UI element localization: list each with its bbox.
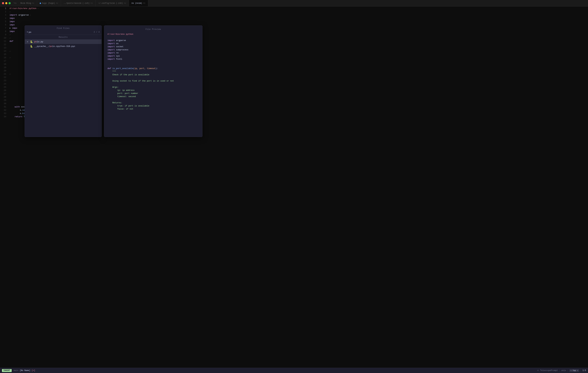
divider <box>559 369 560 372</box>
tab-label: hugo (hugo) <box>42 2 55 4</box>
tab-hugo[interactable]: hugo (hugo) ⌘2 <box>37 0 61 6</box>
code-line-3: import argparse ↵ <box>10 13 588 17</box>
preview-line-9: import fcntl <box>107 58 199 61</box>
tab-key: ⌘4 <box>124 2 126 4</box>
result-item-pycache[interactable]: ▶ 🐍 __pycache__/polo.cpython-310.pyc <box>25 44 102 49</box>
line-num-3: 3 <box>3 13 6 17</box>
preview-line-17 <box>107 83 199 86</box>
preview-line-6: import subprocess <box>107 48 199 52</box>
minimize-button[interactable] <box>5 2 7 4</box>
status-branch: main <box>13 369 18 372</box>
line-num-30: 30 <box>3 102 6 105</box>
line-num-17: 17 <box>3 59 6 63</box>
tab-label: Nvim Blog <box>21 2 31 4</box>
preview-line-16: Using socket to find if the port is in u… <box>107 80 199 83</box>
preview-line-15 <box>107 76 199 80</box>
line-num-29: 29 <box>3 99 6 102</box>
tab-bar: Nvim Blog ⌘1 hugo (hugo) ⌘2 ../posts/neo… <box>18 0 586 6</box>
tab-nvim-blog[interactable]: Nvim Blog ⌘1 <box>18 0 37 6</box>
find-files-input[interactable] <box>29 31 94 33</box>
preview-line-2 <box>107 36 199 39</box>
preview-line-12: def is_port_available(ip, port, timeout)… <box>107 67 199 70</box>
line-num-33: 33 <box>3 112 6 115</box>
scroll-pct: ‹ Top › <box>569 369 579 372</box>
line-num-9: 9 <box>3 33 6 36</box>
statusbar: INSERT main [No Name] [+] ≡ TelescopePro… <box>0 368 588 373</box>
line-num-11: 11 <box>3 40 6 43</box>
line-num-23: 23 <box>3 79 6 82</box>
find-files-search-row: > 2 / 4 <box>25 30 102 35</box>
line-num-1: 1 <box>3 7 6 10</box>
line-num-16: 16 <box>3 56 6 59</box>
search-prompt: > <box>27 31 28 33</box>
line-num-5: 5 <box>3 20 6 23</box>
code-line-1: #!/usr/bin/env python ↵ <box>10 7 588 10</box>
find-files-panel[interactable]: Find Files > 2 / 4 Results ▶ 🐍 polo.py ▶ <box>25 25 102 137</box>
tab-key: ⌘3 <box>91 2 93 4</box>
line-num-26: 26 <box>3 89 6 92</box>
line-num-24: 24 <box>3 82 6 86</box>
line-num-13: 13 <box>3 46 6 50</box>
preview-title: File Preview <box>107 28 199 31</box>
preview-line-25: false: if not <box>107 108 199 111</box>
line-num-31: 31 <box>3 105 6 109</box>
fullscreen-button[interactable] <box>9 2 11 4</box>
results-title: Results <box>25 35 102 39</box>
python-file-icon: 🐍 <box>30 40 33 43</box>
tab-key: ⌘2 <box>56 2 58 4</box>
tab-posts-neovim[interactable]: ../posts/neovim (-zsh) ⌘3 <box>61 0 95 6</box>
pyc-file-icon: 🐍 <box>30 45 33 48</box>
result-name: polo.py <box>34 41 43 43</box>
line-num-15: 15 <box>3 53 6 56</box>
preview-line-5: import socket <box>107 45 199 48</box>
panel-results: ▶ 🐍 polo.py ▶ 🐍 __pycache__/polo.cpython… <box>25 39 102 137</box>
preview-line-11 <box>107 64 199 67</box>
tab-dot <box>40 3 41 4</box>
preview-line-21: timeout: second <box>107 95 199 98</box>
telescope-label: TelescopePrompt <box>540 369 558 372</box>
tab-key: ⌘5 <box>143 2 145 4</box>
titlebar: ⌃⌘1 Nvim Blog ⌘1 hugo (hugo) ⌘2 ../posts… <box>0 0 588 7</box>
telescope-icon: ≡ <box>537 369 538 372</box>
code-panel: 1 1 3 4 5 6 7 8 9 10 11 12 13 14 15 16 1… <box>0 7 588 368</box>
line-num-25: 25 <box>3 86 6 89</box>
line-num-21: 21 <box>3 73 6 76</box>
line-num-12: 12 <box>3 43 6 46</box>
line-num-18: 18 <box>3 63 6 66</box>
preview-line-20: port: port number <box>107 92 199 95</box>
line-num-10: 10 <box>3 36 6 40</box>
status-filename: [No Name] <box>20 369 30 372</box>
line-num-27: 27 <box>3 92 6 95</box>
code-line-5: impo <box>10 20 588 23</box>
tab-label: ~/.config/nvim (-zsh) <box>98 2 123 4</box>
tab-key: ⌘1 <box>32 2 34 4</box>
preview-line-24: true: if port is available <box>107 104 199 108</box>
preview-line-14: Check if the port is available <box>107 73 199 76</box>
preview-line-19: ip: ip address <box>107 89 199 92</box>
preview-line-8: import sys <box>107 55 199 58</box>
preview-line-7: import re <box>107 52 199 55</box>
line-num-19: 19 <box>3 66 6 69</box>
line-num-4: 4 <box>3 17 6 20</box>
line-num-6: 6 <box>3 23 6 27</box>
close-button[interactable] <box>2 2 4 4</box>
find-files-counter: 2 / 4 <box>94 31 100 33</box>
result-name-pycache: __pycache__/polo.cpython-310.pyc <box>34 45 75 48</box>
window-key: ⌃⌘1 <box>13 2 17 4</box>
line-num-1b: 1 <box>3 10 6 13</box>
status-modified: [+] <box>32 369 35 372</box>
status-mode: INSERT <box>2 369 12 372</box>
code-line-1b: ↵ <box>10 10 588 13</box>
line-num-32: 32 <box>3 109 6 112</box>
line-num-34: 34 <box>3 115 6 118</box>
preview-line-13: """ <box>107 70 199 73</box>
tab-config-nvim[interactable]: ~/.config/nvim (-zsh) ⌘4 <box>95 0 129 6</box>
line-num-7: 7 <box>3 27 6 30</box>
preview-line-3: import argparse <box>107 39 199 42</box>
result-item-polo-py[interactable]: ▶ 🐍 polo.py <box>25 39 102 44</box>
result-arrow: ▶ <box>27 40 28 43</box>
line-num-14: 14 <box>3 50 6 53</box>
tab-nv-nvim[interactable]: nv (nvim) ⌘5 <box>129 0 148 6</box>
preview-line-22 <box>107 98 199 101</box>
branch-name: main <box>14 369 18 372</box>
